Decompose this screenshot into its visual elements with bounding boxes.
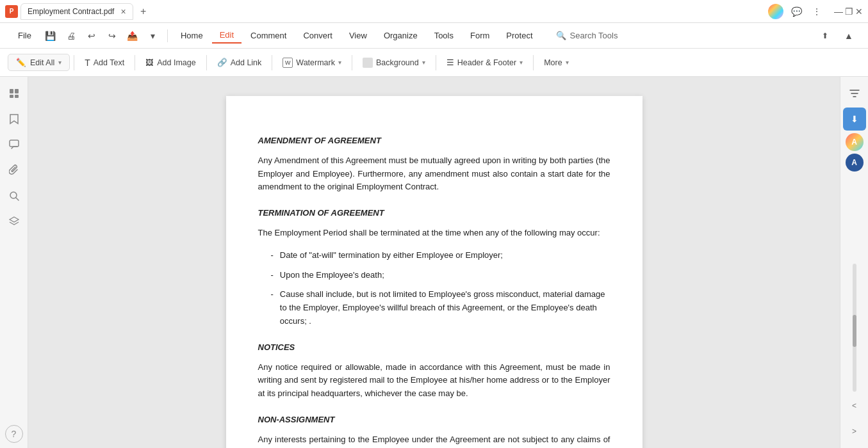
document-area: AMENDMENT OF AGREEMENTAny Amendment of t…	[28, 77, 840, 448]
undo-button[interactable]: ↩	[83, 27, 101, 45]
tab-title: Employment Contract.pdf	[28, 7, 114, 16]
close-button[interactable]: ✕	[855, 8, 863, 15]
background-button[interactable]: Background ▾	[356, 54, 432, 71]
sidebar-layers-icon[interactable]	[3, 210, 26, 233]
share-button[interactable]: 📤	[124, 27, 142, 45]
title-bar: P Employment Contract.pdf × + 💬 ⋮ — ❐ ✕	[0, 0, 868, 23]
ai-label: A	[851, 138, 857, 147]
sidebar-comments-icon[interactable]	[3, 133, 26, 156]
add-text-icon: T	[85, 58, 90, 68]
minimize-button[interactable]: —	[835, 8, 842, 15]
menu-bar: File 💾 🖨 ↩ ↪ 📤 ▾ HomeEditCommentConvertV…	[0, 23, 868, 49]
chat-button[interactable]: 💬	[789, 4, 804, 19]
window-controls: — ❐ ✕	[835, 8, 863, 15]
main-area: ? AMENDMENT OF AGREEMENTAny Amendment of…	[0, 77, 868, 448]
menu-item-edit[interactable]: Edit	[212, 28, 242, 44]
svg-line-6	[16, 198, 19, 200]
header-footer-label: Header & Footer	[457, 58, 516, 67]
tab-close-button[interactable]: ×	[120, 6, 126, 17]
more-button[interactable]: More ▾	[537, 55, 575, 70]
upload-icon: ⬆	[822, 31, 828, 40]
redo-button[interactable]: ↪	[103, 27, 121, 45]
file-menu[interactable]: File	[10, 28, 39, 43]
edit-all-button[interactable]: ✏️ Edit All ▾	[8, 54, 70, 71]
section-list-termination: -Date of "at-will" termination by either…	[271, 249, 610, 328]
menu-item-form[interactable]: Form	[463, 28, 497, 43]
more-label: More	[544, 58, 562, 67]
add-link-button[interactable]: 🔗 Add Link	[211, 54, 268, 70]
watermark-button[interactable]: W Watermark ▾	[276, 54, 348, 71]
toolbar-divider-5	[352, 55, 352, 70]
title-bar-left: P Employment Contract.pdf × +	[5, 3, 151, 20]
document-page: AMENDMENT OF AGREEMENTAny Amendment of t…	[226, 96, 643, 448]
sidebar-bookmarks-icon[interactable]	[3, 108, 26, 131]
list-dash: -	[271, 288, 274, 328]
add-link-icon: 🔗	[217, 58, 227, 67]
add-image-label: Add Image	[157, 58, 195, 67]
section-title-termination: TERMINATION OF AGREEMENT	[258, 207, 610, 220]
left-sidebar: ?	[0, 77, 28, 448]
more-options-button[interactable]: ⋮	[809, 4, 824, 19]
svg-rect-3	[15, 95, 19, 98]
ai-assistant-icon[interactable]: A	[846, 133, 864, 151]
toolbar: ✏️ Edit All ▾ T Add Text 🖼 Add Image 🔗 A…	[0, 49, 868, 77]
section-para-nonassignment-0: Any interests pertaining to the Employee…	[258, 433, 610, 448]
filter-icon[interactable]	[843, 82, 866, 105]
nav-prev-icon[interactable]: <	[843, 394, 866, 417]
scrollbar-container	[840, 264, 868, 392]
title-bar-right: 💬 ⋮ — ❐ ✕	[768, 4, 863, 19]
header-footer-button[interactable]: ☰ Header & Footer ▾	[440, 54, 529, 70]
list-item-text: Date of "at-will" termination by either …	[280, 249, 503, 262]
menu-right-actions: ⬆ ▲	[815, 27, 858, 45]
profile-avatar[interactable]	[768, 4, 783, 19]
add-image-icon: 🖼	[145, 58, 154, 67]
toolbar-divider-2	[135, 55, 135, 70]
list-item: -Cause shall include, but is not limited…	[271, 288, 610, 328]
menu-item-convert[interactable]: Convert	[295, 28, 340, 43]
more-menu-button[interactable]: ▾	[144, 27, 162, 45]
watermark-arrow: ▾	[338, 59, 341, 66]
scrollbar-track[interactable]	[853, 264, 856, 392]
menu-item-organize[interactable]: Organize	[376, 28, 425, 43]
section-title-nonassignment: NON-ASSIGNMENT	[258, 413, 610, 427]
sidebar-help-icon[interactable]: ?	[5, 425, 23, 443]
nav-next-icon[interactable]: >	[843, 420, 866, 443]
sidebar-attachments-icon[interactable]	[3, 159, 26, 182]
section-para-amendment-0: Any Amendment of this Agreement must be …	[258, 154, 610, 194]
list-item-text: Upon the Employee's death;	[280, 269, 384, 282]
toolbar-divider-3	[206, 55, 207, 70]
header-footer-icon: ☰	[446, 58, 454, 67]
add-text-button[interactable]: T Add Text	[78, 54, 131, 71]
word-icon[interactable]: A	[846, 154, 864, 172]
menu-item-home[interactable]: Home	[173, 28, 211, 43]
search-tools-button[interactable]: 🔍 Search Tools	[548, 28, 626, 43]
collapse-button[interactable]: ▲	[840, 27, 858, 45]
sidebar-search-icon[interactable]	[3, 184, 26, 207]
header-footer-arrow: ▾	[520, 59, 523, 66]
edit-icon: ✏️	[16, 58, 26, 67]
sidebar-pages-icon[interactable]	[3, 82, 26, 105]
right-sidebar: ⬇ A A < >	[840, 77, 868, 448]
download-icon[interactable]: ⬇	[843, 108, 866, 131]
menu-item-comment[interactable]: Comment	[243, 28, 294, 43]
upload-button[interactable]: ⬆	[815, 29, 835, 43]
menu-item-view[interactable]: View	[341, 28, 375, 43]
add-text-label: Add Text	[94, 58, 124, 67]
print-button[interactable]: 🖨	[62, 27, 80, 45]
menu-item-tools[interactable]: Tools	[427, 28, 461, 43]
section-para-termination-0: The Employment Period shall be terminate…	[258, 227, 610, 240]
maximize-button[interactable]: ❐	[845, 8, 853, 15]
toolbar-divider-7	[533, 55, 534, 70]
search-tools-label: Search Tools	[570, 31, 618, 40]
save-button[interactable]: 💾	[42, 27, 60, 45]
menu-item-protect[interactable]: Protect	[498, 28, 540, 43]
background-label: Background	[376, 58, 419, 67]
svg-rect-4	[10, 140, 19, 147]
watermark-label: Watermark	[296, 58, 335, 67]
add-image-button[interactable]: 🖼 Add Image	[139, 55, 202, 70]
scrollbar-thumb[interactable]	[853, 315, 856, 347]
section-para-notices-0: Any notice required or allowable, made i…	[258, 361, 610, 401]
new-tab-button[interactable]: +	[136, 4, 151, 19]
menu-divider	[167, 29, 168, 42]
document-tab[interactable]: Employment Contract.pdf ×	[20, 3, 133, 20]
